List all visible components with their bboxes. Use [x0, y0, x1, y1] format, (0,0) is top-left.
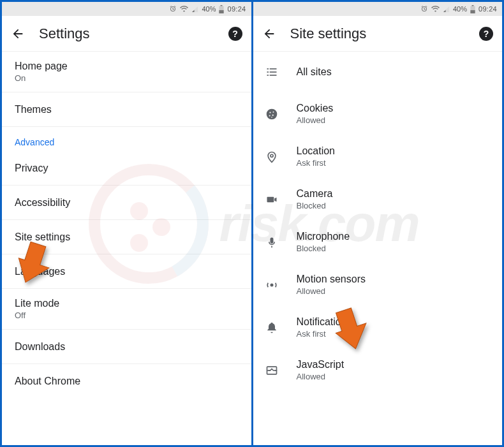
svg-rect-18: [267, 196, 274, 202]
svg-rect-4: [470, 10, 475, 13]
help-icon[interactable]: ?: [479, 27, 493, 41]
page-title: Settings: [39, 26, 214, 42]
page-title: Site settings: [290, 26, 466, 42]
battery-percent: 40%: [453, 5, 467, 13]
svg-rect-5: [472, 5, 474, 6]
svg-point-13: [272, 111, 274, 112]
item-sub: Blocked: [297, 244, 350, 253]
item-privacy[interactable]: Privacy: [2, 151, 251, 186]
alarm-icon: [169, 5, 177, 13]
svg-rect-2: [221, 5, 223, 6]
item-label: Motion sensors: [297, 274, 366, 285]
clock-time: 09:24: [227, 5, 246, 13]
svg-rect-7: [269, 68, 276, 70]
app-bar: Settings ?: [2, 16, 251, 52]
location-icon: [265, 150, 279, 163]
svg-rect-8: [267, 71, 269, 73]
clock-time: 09:24: [478, 5, 497, 13]
svg-point-17: [270, 154, 272, 157]
status-bar: 40% 09:24: [2, 2, 251, 16]
item-label: Accessibility: [15, 197, 239, 209]
item-sub: Allowed: [297, 286, 366, 296]
list-icon: [265, 66, 279, 78]
item-sub: On: [15, 73, 239, 83]
svg-point-12: [269, 112, 271, 113]
back-button[interactable]: [11, 27, 25, 41]
item-sub: Allowed: [297, 115, 334, 125]
signal-icon: [443, 6, 450, 13]
item-label: Privacy: [15, 163, 239, 174]
svg-point-15: [272, 114, 273, 115]
svg-rect-6: [267, 68, 269, 70]
item-accessibility[interactable]: Accessibility: [2, 186, 251, 220]
svg-point-20: [270, 283, 273, 286]
cookie-icon: [265, 108, 279, 121]
item-sub: Off: [15, 311, 239, 320]
back-button[interactable]: [262, 27, 276, 41]
motion-icon: [265, 279, 279, 291]
item-sub: Blocked: [297, 201, 333, 210]
signal-icon: [191, 6, 198, 13]
battery-icon: [470, 5, 475, 13]
alarm-icon: [420, 5, 428, 13]
wifi-icon: [180, 6, 188, 13]
item-all-sites[interactable]: All sites: [253, 52, 503, 92]
battery-icon: [219, 5, 224, 13]
item-microphone[interactable]: Microphone Blocked: [253, 221, 503, 263]
item-home-page[interactable]: Home page On: [2, 52, 251, 92]
item-themes[interactable]: Themes: [2, 92, 251, 127]
item-motion-sensors[interactable]: Motion sensors Allowed: [253, 263, 503, 306]
wifi-icon: [431, 6, 440, 13]
svg-point-14: [269, 115, 270, 116]
item-about-chrome[interactable]: About Chrome: [2, 364, 251, 399]
help-icon[interactable]: ?: [228, 27, 242, 41]
item-label: All sites: [297, 66, 332, 78]
item-sub: Ask first: [297, 158, 336, 168]
item-label: JavaScript: [297, 359, 345, 370]
svg-rect-9: [269, 71, 276, 73]
javascript-icon: [265, 364, 279, 377]
item-languages[interactable]: Languages: [2, 254, 251, 289]
item-label: Location: [297, 145, 336, 157]
item-notifications[interactable]: Notifications Ask first: [253, 306, 503, 349]
status-bar: 40% 09:24: [253, 2, 503, 16]
item-label: Lite mode: [15, 298, 239, 309]
item-cookies[interactable]: Cookies Allowed: [253, 92, 503, 135]
item-location[interactable]: Location Ask first: [253, 135, 503, 178]
settings-list: Home page On Themes Advanced Privacy Acc…: [2, 52, 251, 399]
section-advanced: Advanced: [2, 127, 251, 151]
item-label: Site settings: [15, 231, 239, 243]
svg-rect-11: [269, 75, 276, 76]
item-label: About Chrome: [15, 376, 239, 387]
microphone-icon: [265, 236, 279, 249]
battery-percent: 40%: [202, 5, 216, 13]
item-downloads[interactable]: Downloads: [2, 330, 251, 364]
camera-icon: [265, 193, 279, 206]
item-label: Camera: [297, 188, 333, 200]
item-label: Microphone: [297, 231, 350, 242]
svg-rect-10: [267, 75, 269, 76]
bell-icon: [265, 321, 279, 334]
svg-rect-19: [270, 237, 273, 243]
phone-settings: 40% 09:24 Settings ? Home page On Themes…: [2, 2, 253, 445]
item-label: Home page: [15, 61, 239, 72]
svg-point-16: [271, 117, 272, 118]
phone-site-settings: 40% 09:24 Site settings ? All sites: [253, 2, 503, 445]
item-sub: Ask first: [297, 329, 352, 339]
item-camera[interactable]: Camera Blocked: [253, 178, 503, 221]
item-label: Notifications: [297, 316, 352, 328]
item-javascript[interactable]: JavaScript Allowed: [253, 349, 503, 392]
item-site-settings[interactable]: Site settings: [2, 220, 251, 254]
site-settings-list: All sites Cookies Allowed Location A: [253, 52, 503, 392]
item-label: Languages: [15, 266, 239, 277]
app-bar: Site settings ?: [253, 16, 503, 52]
item-label: Downloads: [15, 341, 239, 353]
item-sub: Allowed: [297, 372, 345, 381]
item-label: Themes: [15, 104, 239, 115]
item-label: Cookies: [297, 103, 334, 114]
item-lite-mode[interactable]: Lite mode Off: [2, 289, 251, 330]
svg-rect-1: [219, 10, 224, 13]
